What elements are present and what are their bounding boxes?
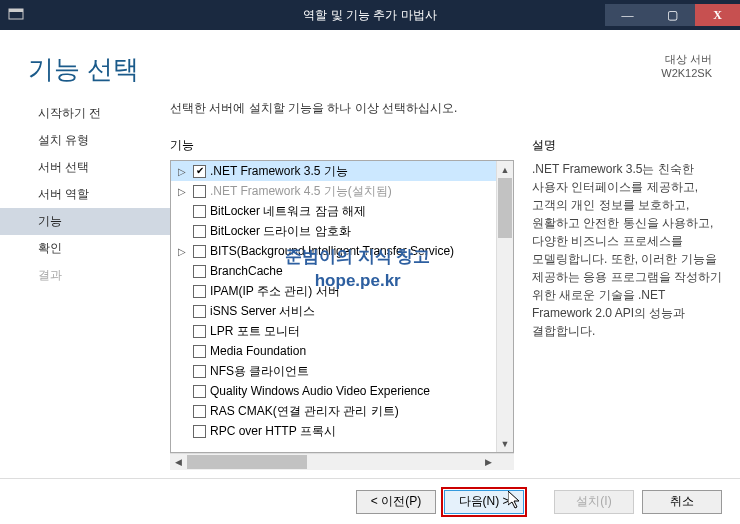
sidebar-item-3[interactable]: 서버 역할 xyxy=(0,181,170,208)
scroll-up-icon[interactable]: ▲ xyxy=(497,161,513,178)
feature-label: BitLocker 네트워크 잠금 해제 xyxy=(210,203,366,220)
feature-label: .NET Framework 3.5 기능 xyxy=(210,163,348,180)
feature-row[interactable]: ▷.NET Framework 4.5 기능(설치됨) xyxy=(171,181,496,201)
feature-row[interactable]: Quality Windows Audio Video Experience xyxy=(171,381,496,401)
horizontal-scrollbar[interactable]: ◀ ▶ xyxy=(170,453,514,470)
feature-checkbox[interactable] xyxy=(193,425,206,438)
app-icon xyxy=(8,6,26,24)
feature-label: BranchCache xyxy=(210,264,283,278)
instruction-text: 선택한 서버에 설치할 기능을 하나 이상 선택하십시오. xyxy=(170,100,722,117)
feature-checkbox[interactable] xyxy=(193,405,206,418)
description-label: 설명 xyxy=(532,137,722,154)
minimize-button[interactable]: — xyxy=(605,4,650,26)
scroll-corner xyxy=(497,454,514,470)
feature-label: Media Foundation xyxy=(210,344,306,358)
feature-checkbox[interactable] xyxy=(193,305,206,318)
feature-row[interactable]: IPAM(IP 주소 관리) 서버 xyxy=(171,281,496,301)
previous-button[interactable]: < 이전(P) xyxy=(356,490,436,514)
feature-row[interactable]: Media Foundation xyxy=(171,341,496,361)
install-button: 설치(I) xyxy=(554,490,634,514)
svg-rect-1 xyxy=(9,9,23,12)
feature-label: IPAM(IP 주소 관리) 서버 xyxy=(210,283,340,300)
sidebar-item-2[interactable]: 서버 선택 xyxy=(0,154,170,181)
feature-checkbox[interactable] xyxy=(193,225,206,238)
feature-label: LPR 포트 모니터 xyxy=(210,323,300,340)
sidebar-item-1[interactable]: 설치 유형 xyxy=(0,127,170,154)
feature-checkbox[interactable] xyxy=(193,265,206,278)
feature-row[interactable]: NFS용 클라이언트 xyxy=(171,361,496,381)
feature-label: NFS용 클라이언트 xyxy=(210,363,309,380)
expand-icon[interactable]: ▷ xyxy=(175,166,189,177)
feature-label: RAS CMAK(연결 관리자 관리 키트) xyxy=(210,403,399,420)
target-label: 대상 서버 xyxy=(661,52,712,67)
features-tree[interactable]: ▷.NET Framework 3.5 기능▷.NET Framework 4.… xyxy=(171,161,496,452)
scroll-left-icon[interactable]: ◀ xyxy=(170,454,187,470)
feature-row[interactable]: BranchCache xyxy=(171,261,496,281)
feature-checkbox[interactable] xyxy=(193,385,206,398)
features-label: 기능 xyxy=(170,137,514,154)
scroll-thumb[interactable] xyxy=(498,178,512,238)
scroll-right-icon[interactable]: ▶ xyxy=(480,454,497,470)
next-button[interactable]: 다음(N) > xyxy=(444,490,524,514)
feature-label: .NET Framework 4.5 기능(설치됨) xyxy=(210,183,392,200)
close-button[interactable]: X xyxy=(695,4,740,26)
sidebar-item-5[interactable]: 확인 xyxy=(0,235,170,262)
feature-row[interactable]: BitLocker 드라이브 암호화 xyxy=(171,221,496,241)
feature-label: BITS(Background Intelligent Transfer Ser… xyxy=(210,244,454,258)
feature-checkbox[interactable] xyxy=(193,325,206,338)
wizard-sidebar: 시작하기 전설치 유형서버 선택서버 역할기능확인결과 xyxy=(0,95,170,470)
feature-label: RPC over HTTP 프록시 xyxy=(210,423,336,440)
feature-checkbox[interactable] xyxy=(193,205,206,218)
feature-checkbox[interactable] xyxy=(193,165,206,178)
feature-row[interactable]: RPC over HTTP 프록시 xyxy=(171,421,496,441)
vertical-scrollbar[interactable]: ▲ ▼ xyxy=(496,161,513,452)
feature-label: BitLocker 드라이브 암호화 xyxy=(210,223,351,240)
feature-checkbox[interactable] xyxy=(193,185,206,198)
feature-label: iSNS Server 서비스 xyxy=(210,303,315,320)
feature-checkbox[interactable] xyxy=(193,245,206,258)
scroll-down-icon[interactable]: ▼ xyxy=(497,435,513,452)
feature-checkbox[interactable] xyxy=(193,365,206,378)
cancel-button[interactable]: 취소 xyxy=(642,490,722,514)
description-text: .NET Framework 3.5는 친숙한 사용자 인터페이스를 제공하고,… xyxy=(532,160,722,340)
feature-row[interactable]: ▷BITS(Background Intelligent Transfer Se… xyxy=(171,241,496,261)
window-title: 역할 및 기능 추가 마법사 xyxy=(303,7,436,24)
scroll-thumb-h[interactable] xyxy=(187,455,307,469)
feature-row[interactable]: RAS CMAK(연결 관리자 관리 키트) xyxy=(171,401,496,421)
feature-row[interactable]: iSNS Server 서비스 xyxy=(171,301,496,321)
sidebar-item-0[interactable]: 시작하기 전 xyxy=(0,100,170,127)
feature-label: Quality Windows Audio Video Experience xyxy=(210,384,430,398)
feature-checkbox[interactable] xyxy=(193,345,206,358)
expand-icon[interactable]: ▷ xyxy=(175,246,189,257)
feature-row[interactable]: BitLocker 네트워크 잠금 해제 xyxy=(171,201,496,221)
page-title: 기능 선택 xyxy=(28,52,139,87)
sidebar-item-4[interactable]: 기능 xyxy=(0,208,170,235)
target-value: W2K12SK xyxy=(661,67,712,79)
sidebar-item-6: 결과 xyxy=(0,262,170,289)
feature-checkbox[interactable] xyxy=(193,285,206,298)
feature-row[interactable]: LPR 포트 모니터 xyxy=(171,321,496,341)
expand-icon[interactable]: ▷ xyxy=(175,186,189,197)
feature-row[interactable]: ▷.NET Framework 3.5 기능 xyxy=(171,161,496,181)
maximize-button[interactable]: ▢ xyxy=(650,4,695,26)
